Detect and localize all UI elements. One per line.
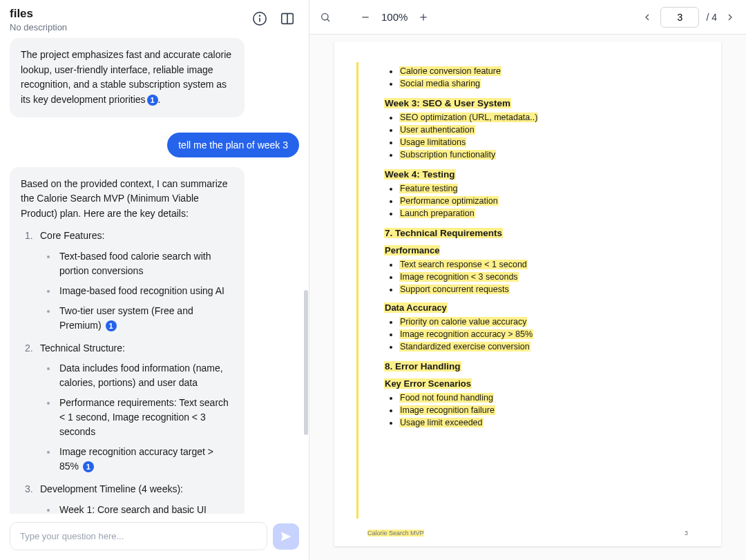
- summary-section: Technical Structure:Data includes food i…: [21, 341, 233, 474]
- highlighted-text: 7. Technical Requirements: [384, 228, 503, 238]
- zoom-in-icon[interactable]: [417, 11, 430, 23]
- page-number-input[interactable]: [660, 7, 699, 28]
- highlighted-text: Launch preparation: [399, 209, 475, 218]
- list-item: Food not found handling: [399, 393, 694, 403]
- list-item: Calorie conversion feature: [399, 66, 694, 76]
- document-viewport[interactable]: Calorie conversion featureSocial media s…: [309, 35, 746, 560]
- list-item: Text search response < 1 second: [399, 260, 694, 269]
- highlighted-text: Key Error Scenarios: [384, 378, 472, 389]
- footer-page-num: 3: [685, 530, 688, 537]
- assistant-message: Based on the provided context, I can sum…: [10, 167, 245, 514]
- file-subtitle: No description: [10, 22, 67, 32]
- document-panel: 100% / 4 Calorie conversion featureSocia…: [309, 0, 746, 560]
- list-item: Image-based food recognition using AI: [40, 284, 233, 298]
- zoom-out-icon[interactable]: [359, 11, 372, 23]
- list-item: Image recognition failure: [399, 405, 694, 415]
- list-item: Week 1: Core search and basic UI: [40, 503, 233, 514]
- chat-input-bar: [0, 514, 309, 560]
- document-page: Calorie conversion featureSocial media s…: [334, 41, 721, 546]
- chat-input[interactable]: [10, 522, 267, 550]
- section-label: Technical Structure:: [40, 341, 233, 356]
- list-item: Feature testing: [399, 184, 694, 193]
- highlighted-text: Standardized exercise conversion: [399, 342, 530, 351]
- list-item: Usage limit exceeded: [399, 418, 694, 427]
- doc-heading: Week 3: SEO & User System: [384, 98, 694, 108]
- zoom-level: 100%: [381, 11, 408, 23]
- assistant-message: The project emphasizes fast and accurate…: [10, 38, 245, 117]
- highlighted-text: Week 4: Testing: [384, 169, 456, 180]
- highlighted-text: Support concurrent requests: [399, 284, 510, 294]
- page-total: / 4: [706, 12, 717, 23]
- list-item: User authentication: [399, 125, 694, 135]
- list-item: Priority on calorie value accuracy: [399, 317, 694, 327]
- highlighted-text: SEO optimization (URL, metadata..): [399, 113, 538, 122]
- list-item: Image recognition accuracy target > 85% …: [40, 445, 233, 474]
- list-item: Standardized exercise conversion: [399, 342, 694, 351]
- highlight-margin: [356, 62, 358, 519]
- assistant-text: The project emphasizes fast and accurate…: [21, 49, 231, 105]
- chat-panel: files No description The project emphasi…: [0, 0, 309, 560]
- list-item: Text-based food calorie search with port…: [40, 249, 233, 278]
- doc-list: Priority on calorie value accuracyImage …: [384, 317, 694, 351]
- list-item: Two-tier user system (Free and Premium) …: [40, 304, 233, 333]
- scrollbar-thumb[interactable]: [304, 290, 308, 435]
- section-items: Data includes food information (name, ca…: [40, 361, 233, 474]
- highlighted-text: User authentication: [399, 125, 475, 135]
- file-title: files: [10, 7, 67, 21]
- section-items: Week 1: Core search and basic UIWeek 2: …: [40, 503, 233, 514]
- highlighted-text: Week 3: SEO & User System: [384, 98, 511, 108]
- highlighted-text: Image recognition failure: [399, 405, 495, 415]
- doc-heading: 8. Error Handling: [384, 361, 694, 371]
- highlighted-text: Priority on calorie value accuracy: [399, 317, 527, 327]
- highlighted-text: Food not found handling: [399, 393, 494, 403]
- doc-list: Text search response < 1 secondImage rec…: [384, 260, 694, 294]
- doc-list: SEO optimization (URL, metadata..)User a…: [384, 113, 694, 160]
- summary-section: Development Timeline (4 weeks):Week 1: C…: [21, 482, 233, 514]
- next-page-icon[interactable]: [724, 11, 736, 23]
- highlighted-text: Subscription functionality: [399, 150, 496, 160]
- list-item: Data includes food information (name, ca…: [40, 361, 233, 390]
- page-footer: Calorie Search MVP 3: [367, 530, 688, 537]
- doc-heading: Week 4: Testing: [384, 169, 694, 180]
- highlighted-text: Image recognition accuracy > 85%: [399, 329, 533, 339]
- panel-layout-icon[interactable]: [280, 11, 295, 26]
- doc-subheading: Data Accuracy: [384, 302, 694, 313]
- list-item: Support concurrent requests: [399, 284, 694, 294]
- citation-badge[interactable]: 1: [147, 95, 158, 106]
- info-icon[interactable]: [252, 11, 267, 26]
- citation-badge[interactable]: 1: [106, 320, 117, 331]
- document-toolbar: 100% / 4: [309, 0, 746, 35]
- section-label: Core Features:: [40, 229, 233, 244]
- footer-title: Calorie Search MVP: [367, 530, 424, 537]
- search-icon[interactable]: [319, 11, 332, 23]
- svg-point-5: [322, 13, 328, 19]
- list-item: Performance requirements: Text search < …: [40, 396, 233, 439]
- send-button[interactable]: [273, 523, 299, 550]
- highlighted-text: Usage limit exceeded: [399, 418, 484, 427]
- chat-scroll-area[interactable]: The project emphasizes fast and accurate…: [0, 38, 309, 514]
- doc-subheading: Performance: [384, 245, 694, 255]
- list-item: Subscription functionality: [399, 150, 694, 160]
- prev-page-icon[interactable]: [641, 11, 653, 23]
- doc-list: Feature testingPerformance optimizationL…: [384, 184, 694, 218]
- user-message: tell me the plan of week 3: [167, 133, 299, 157]
- doc-list: Food not found handlingImage recognition…: [384, 393, 694, 427]
- svg-line-6: [327, 19, 329, 21]
- highlighted-text: Performance: [384, 245, 440, 255]
- summary-list: Core Features:Text-based food calorie se…: [21, 229, 233, 514]
- citation-badge[interactable]: 1: [83, 461, 94, 472]
- svg-point-2: [260, 15, 260, 16]
- highlighted-text: Text search response < 1 second: [399, 260, 528, 269]
- chat-header: files No description: [0, 0, 309, 38]
- highlighted-text: 8. Error Handling: [384, 361, 461, 371]
- highlighted-text: Calorie conversion feature: [399, 66, 501, 76]
- doc-list: Calorie conversion featureSocial media s…: [384, 66, 694, 88]
- list-item: SEO optimization (URL, metadata..): [399, 113, 694, 122]
- doc-subheading: Key Error Scenarios: [384, 378, 694, 389]
- section-items: Text-based food calorie search with port…: [40, 249, 233, 333]
- highlighted-text: Social media sharing: [399, 79, 481, 88]
- summary-section: Core Features:Text-based food calorie se…: [21, 229, 233, 333]
- assistant-intro: Based on the provided context, I can sum…: [21, 177, 233, 222]
- list-item: Image recognition accuracy > 85%: [399, 329, 694, 339]
- list-item: Launch preparation: [399, 209, 694, 218]
